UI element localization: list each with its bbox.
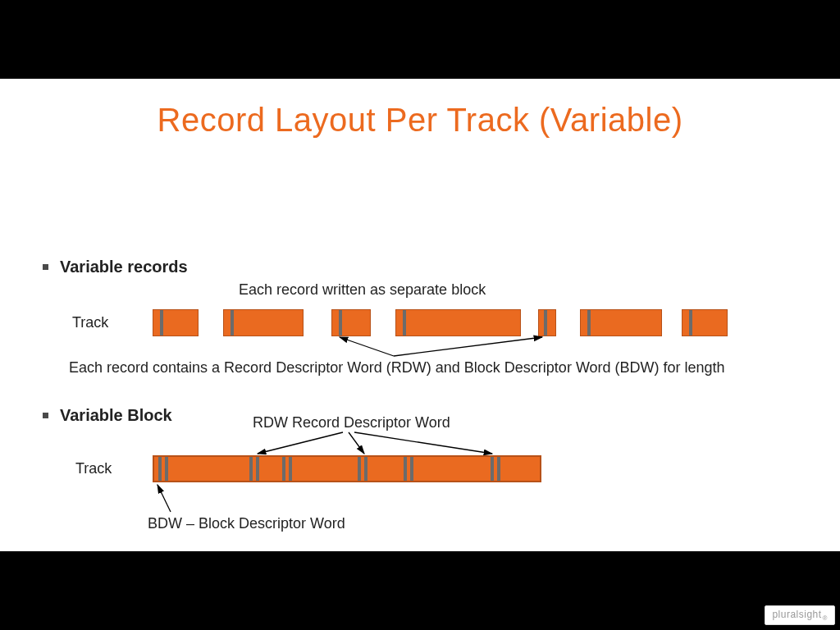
svg-line-4	[354, 432, 492, 454]
rdw-tick	[165, 457, 168, 481]
svg-line-3	[349, 432, 364, 454]
track-label-1: Track	[72, 314, 108, 331]
desc-rdw-bdw: Each record contains a Record Descriptor…	[69, 359, 725, 377]
svg-line-5	[158, 485, 171, 512]
record-block	[153, 309, 199, 336]
caption-separate-block: Each record written as separate block	[239, 281, 486, 299]
record-tick	[339, 310, 342, 336]
rdw-tick	[289, 457, 292, 481]
watermark-text: pluralsight	[772, 609, 821, 620]
record-block	[538, 309, 556, 336]
record-block	[682, 309, 728, 336]
svg-line-2	[258, 432, 343, 454]
track-label-2: Track	[75, 460, 112, 477]
record-tick	[160, 310, 163, 336]
record-tick	[544, 310, 547, 336]
record-tick	[587, 310, 591, 336]
rdw-tick	[410, 457, 413, 481]
svg-line-1	[394, 337, 542, 356]
bullet-variable-records: Variable records	[43, 258, 188, 276]
bullet-label: Variable records	[60, 258, 188, 276]
record-divider	[404, 457, 407, 481]
slide-content: Variable records Each record written as …	[0, 139, 840, 611]
rdw-tick	[256, 457, 259, 481]
bullet-marker	[43, 264, 48, 270]
svg-line-0	[340, 337, 394, 356]
record-tick	[689, 310, 692, 336]
record-divider	[282, 457, 285, 481]
slide-title: Record Layout Per Track (Variable)	[0, 79, 840, 139]
bdw-tick	[158, 457, 162, 481]
record-block	[580, 309, 662, 336]
record-tick	[403, 310, 406, 336]
record-block	[331, 309, 371, 336]
record-divider	[249, 457, 253, 481]
bullet-label: Variable Block	[60, 406, 172, 425]
variable-block	[153, 455, 541, 482]
record-block	[395, 309, 521, 336]
bullet-marker	[43, 413, 48, 418]
record-divider	[491, 457, 494, 481]
record-divider	[358, 457, 361, 481]
record-tick	[231, 310, 234, 336]
rdw-tick	[497, 457, 500, 481]
slide: Record Layout Per Track (Variable) Varia…	[0, 79, 840, 551]
watermark-sub: ®	[823, 614, 828, 622]
label-rdw: RDW Record Descriptor Word	[253, 414, 450, 431]
bullet-variable-block: Variable Block	[43, 406, 172, 425]
label-bdw: BDW – Block Descriptor Word	[148, 515, 345, 532]
record-block	[223, 309, 304, 336]
watermark: pluralsight®	[765, 605, 835, 625]
rdw-tick	[364, 457, 368, 481]
